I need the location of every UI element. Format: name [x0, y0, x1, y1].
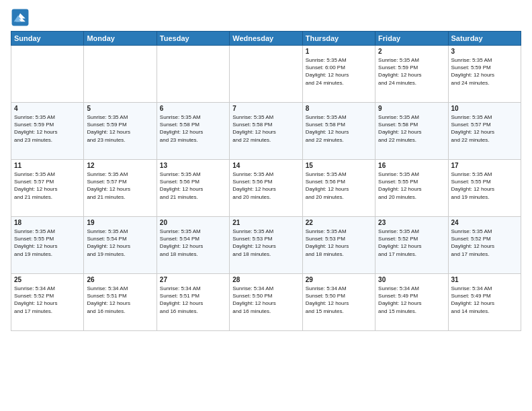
day-info: Sunrise: 5:35 AM Sunset: 5:59 PM Dayligh…: [451, 56, 518, 87]
calendar-cell: 16Sunrise: 5:35 AM Sunset: 5:55 PM Dayli…: [375, 160, 448, 217]
calendar-cell: 3Sunrise: 5:35 AM Sunset: 5:59 PM Daylig…: [448, 46, 521, 103]
day-number: 28: [232, 276, 299, 283]
calendar-cell: 6Sunrise: 5:35 AM Sunset: 5:58 PM Daylig…: [157, 103, 229, 160]
calendar-cell: 17Sunrise: 5:35 AM Sunset: 5:55 PM Dayli…: [448, 160, 521, 217]
day-info: Sunrise: 5:35 AM Sunset: 5:58 PM Dayligh…: [160, 113, 226, 144]
day-info: Sunrise: 5:35 AM Sunset: 5:55 PM Dayligh…: [14, 228, 81, 258]
calendar-header-tuesday: Tuesday: [157, 32, 229, 46]
calendar-cell: 8Sunrise: 5:35 AM Sunset: 5:58 PM Daylig…: [302, 103, 375, 160]
day-number: 4: [14, 105, 81, 112]
day-number: 9: [378, 105, 445, 112]
calendar-cell: 19Sunrise: 5:35 AM Sunset: 5:54 PM Dayli…: [84, 217, 157, 274]
day-info: Sunrise: 5:35 AM Sunset: 5:59 PM Dayligh…: [378, 56, 445, 87]
page: SundayMondayTuesdayWednesdayThursdayFrid…: [0, 0, 532, 411]
day-info: Sunrise: 5:35 AM Sunset: 5:57 PM Dayligh…: [451, 113, 518, 144]
day-number: 5: [87, 105, 153, 112]
day-info: Sunrise: 5:34 AM Sunset: 5:52 PM Dayligh…: [14, 285, 81, 315]
calendar-cell: 29Sunrise: 5:34 AM Sunset: 5:50 PM Dayli…: [302, 274, 375, 331]
day-number: 2: [378, 48, 445, 55]
day-info: Sunrise: 5:35 AM Sunset: 6:00 PM Dayligh…: [306, 56, 372, 87]
calendar-cell: 20Sunrise: 5:35 AM Sunset: 5:54 PM Dayli…: [157, 217, 229, 274]
calendar-cell: 1Sunrise: 5:35 AM Sunset: 6:00 PM Daylig…: [302, 46, 375, 103]
day-info: Sunrise: 5:34 AM Sunset: 5:51 PM Dayligh…: [87, 285, 153, 315]
calendar-week-row: 1Sunrise: 5:35 AM Sunset: 6:00 PM Daylig…: [11, 46, 521, 103]
day-info: Sunrise: 5:35 AM Sunset: 5:56 PM Dayligh…: [306, 171, 372, 201]
day-info: Sunrise: 5:35 AM Sunset: 5:55 PM Dayligh…: [451, 171, 518, 201]
day-number: 6: [160, 105, 226, 112]
calendar-cell: 10Sunrise: 5:35 AM Sunset: 5:57 PM Dayli…: [448, 103, 521, 160]
day-number: 31: [451, 276, 518, 283]
calendar-week-row: 11Sunrise: 5:35 AM Sunset: 5:57 PM Dayli…: [11, 160, 521, 217]
calendar-cell: 27Sunrise: 5:34 AM Sunset: 5:51 PM Dayli…: [157, 274, 229, 331]
calendar-header-monday: Monday: [84, 32, 157, 46]
calendar-cell: [11, 46, 84, 103]
calendar-cell: 12Sunrise: 5:35 AM Sunset: 5:57 PM Dayli…: [84, 160, 157, 217]
day-info: Sunrise: 5:34 AM Sunset: 5:50 PM Dayligh…: [232, 285, 299, 315]
day-number: 29: [306, 276, 372, 283]
day-number: 30: [378, 276, 445, 283]
day-info: Sunrise: 5:35 AM Sunset: 5:57 PM Dayligh…: [87, 171, 153, 201]
calendar-cell: 13Sunrise: 5:35 AM Sunset: 5:56 PM Dayli…: [157, 160, 229, 217]
day-info: Sunrise: 5:34 AM Sunset: 5:50 PM Dayligh…: [306, 285, 372, 315]
calendar-header-friday: Friday: [375, 32, 448, 46]
calendar-cell: 31Sunrise: 5:34 AM Sunset: 5:49 PM Dayli…: [448, 274, 521, 331]
calendar-cell: [84, 46, 157, 103]
calendar-header-saturday: Saturday: [448, 32, 521, 46]
day-number: 17: [451, 162, 518, 169]
calendar-cell: 24Sunrise: 5:35 AM Sunset: 5:52 PM Dayli…: [448, 217, 521, 274]
day-info: Sunrise: 5:35 AM Sunset: 5:52 PM Dayligh…: [451, 228, 518, 258]
day-number: 19: [87, 219, 153, 226]
day-info: Sunrise: 5:35 AM Sunset: 5:58 PM Dayligh…: [306, 113, 372, 144]
calendar-week-row: 4Sunrise: 5:35 AM Sunset: 5:59 PM Daylig…: [11, 103, 521, 160]
day-info: Sunrise: 5:35 AM Sunset: 5:54 PM Dayligh…: [160, 228, 226, 258]
day-info: Sunrise: 5:35 AM Sunset: 5:54 PM Dayligh…: [87, 228, 153, 258]
day-info: Sunrise: 5:35 AM Sunset: 5:53 PM Dayligh…: [306, 228, 372, 258]
calendar-cell: 25Sunrise: 5:34 AM Sunset: 5:52 PM Dayli…: [11, 274, 84, 331]
logo-icon: [11, 8, 30, 27]
day-number: 15: [306, 162, 372, 169]
calendar-week-row: 18Sunrise: 5:35 AM Sunset: 5:55 PM Dayli…: [11, 217, 521, 274]
calendar-cell: 15Sunrise: 5:35 AM Sunset: 5:56 PM Dayli…: [302, 160, 375, 217]
calendar-cell: 23Sunrise: 5:35 AM Sunset: 5:52 PM Dayli…: [375, 217, 448, 274]
day-number: 7: [232, 105, 299, 112]
calendar-table: SundayMondayTuesdayWednesdayThursdayFrid…: [11, 31, 521, 331]
day-info: Sunrise: 5:35 AM Sunset: 5:53 PM Dayligh…: [232, 228, 299, 258]
day-number: 20: [160, 219, 226, 226]
day-number: 16: [378, 162, 445, 169]
day-number: 3: [451, 48, 518, 55]
calendar-cell: [230, 46, 302, 103]
day-number: 23: [378, 219, 445, 226]
day-number: 13: [160, 162, 226, 169]
calendar-cell: 9Sunrise: 5:35 AM Sunset: 5:58 PM Daylig…: [375, 103, 448, 160]
day-info: Sunrise: 5:35 AM Sunset: 5:55 PM Dayligh…: [378, 171, 445, 201]
day-number: 10: [451, 105, 518, 112]
calendar-cell: 21Sunrise: 5:35 AM Sunset: 5:53 PM Dayli…: [230, 217, 302, 274]
calendar-header-wednesday: Wednesday: [230, 32, 302, 46]
calendar-cell: 18Sunrise: 5:35 AM Sunset: 5:55 PM Dayli…: [11, 217, 84, 274]
calendar-header-thursday: Thursday: [302, 32, 375, 46]
day-info: Sunrise: 5:34 AM Sunset: 5:51 PM Dayligh…: [160, 285, 226, 315]
calendar-cell: 28Sunrise: 5:34 AM Sunset: 5:50 PM Dayli…: [230, 274, 302, 331]
header: [11, 8, 521, 27]
day-info: Sunrise: 5:35 AM Sunset: 5:52 PM Dayligh…: [378, 228, 445, 258]
day-info: Sunrise: 5:35 AM Sunset: 5:58 PM Dayligh…: [378, 113, 445, 144]
calendar-cell: [157, 46, 229, 103]
day-number: 1: [306, 48, 372, 55]
day-info: Sunrise: 5:35 AM Sunset: 5:59 PM Dayligh…: [14, 113, 81, 144]
day-number: 14: [232, 162, 299, 169]
day-info: Sunrise: 5:35 AM Sunset: 5:56 PM Dayligh…: [160, 171, 226, 201]
day-number: 18: [14, 219, 81, 226]
calendar-cell: 11Sunrise: 5:35 AM Sunset: 5:57 PM Dayli…: [11, 160, 84, 217]
day-number: 26: [87, 276, 153, 283]
calendar-cell: 22Sunrise: 5:35 AM Sunset: 5:53 PM Dayli…: [302, 217, 375, 274]
day-info: Sunrise: 5:35 AM Sunset: 5:57 PM Dayligh…: [14, 171, 81, 201]
day-number: 24: [451, 219, 518, 226]
day-number: 25: [14, 276, 81, 283]
calendar-cell: 4Sunrise: 5:35 AM Sunset: 5:59 PM Daylig…: [11, 103, 84, 160]
calendar-cell: 7Sunrise: 5:35 AM Sunset: 5:58 PM Daylig…: [230, 103, 302, 160]
day-info: Sunrise: 5:34 AM Sunset: 5:49 PM Dayligh…: [378, 285, 445, 315]
calendar-cell: 5Sunrise: 5:35 AM Sunset: 5:59 PM Daylig…: [84, 103, 157, 160]
day-info: Sunrise: 5:35 AM Sunset: 5:56 PM Dayligh…: [232, 171, 299, 201]
day-number: 12: [87, 162, 153, 169]
day-number: 27: [160, 276, 226, 283]
